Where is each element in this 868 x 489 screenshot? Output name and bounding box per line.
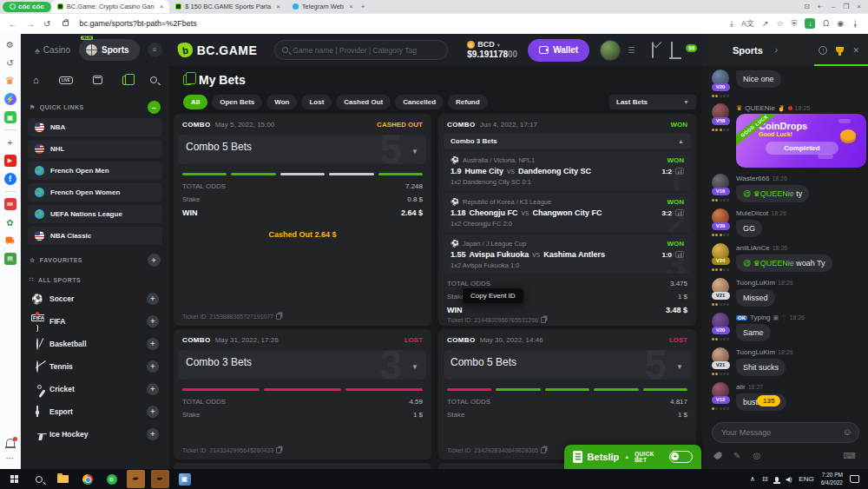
bet-title-box[interactable]: Combo 3 Bets ▲ bbox=[444, 134, 691, 149]
close-chat-icon[interactable]: ✕ bbox=[852, 46, 859, 55]
live-icon[interactable]: LIVE bbox=[59, 76, 73, 84]
sidebar-item-nba-classic[interactable]: NBA Classic bbox=[28, 227, 162, 245]
chat-rules-icon[interactable]: ! bbox=[819, 46, 827, 55]
crown-rewards-icon[interactable]: ♛ bbox=[4, 75, 16, 87]
settings-gear-icon[interactable]: ⚙ bbox=[4, 38, 16, 50]
filter-refund[interactable]: Refund bbox=[448, 95, 488, 109]
browser-tab-3[interactable]: Telegram Web × bbox=[286, 0, 359, 13]
chat-room-title[interactable]: Sports bbox=[733, 45, 763, 56]
copy-icon[interactable] bbox=[541, 317, 546, 323]
speaker-icon[interactable]: ◀) bbox=[786, 476, 792, 483]
ssl-lock-icon[interactable] bbox=[62, 21, 69, 26]
games-icon[interactable]: ▣ bbox=[4, 111, 16, 123]
red-app-icon[interactable]: 88 bbox=[4, 198, 16, 210]
sidebar-item-ice-hockey[interactable]: Ice Hockey+ bbox=[28, 423, 162, 446]
sidebar-item-nhl[interactable]: NHL bbox=[28, 140, 162, 158]
profile-menu-icon[interactable]: ☰ bbox=[628, 46, 635, 55]
photos-app-icon[interactable]: ▣ bbox=[174, 469, 195, 489]
url-text[interactable]: bc.game/sports?bt-path=%2Fbets bbox=[79, 19, 196, 28]
reload-button[interactable]: ↺ bbox=[43, 19, 50, 29]
game-search[interactable] bbox=[274, 40, 448, 60]
filter-lost[interactable]: Lost bbox=[301, 95, 332, 109]
close-window-button[interactable]: × bbox=[857, 3, 861, 10]
pinned-app-icon[interactable]: ✒ bbox=[125, 469, 147, 489]
add-favourite-button[interactable]: + bbox=[148, 254, 161, 267]
microphone-icon[interactable] bbox=[775, 477, 779, 482]
maximize-button[interactable]: ❐ bbox=[843, 3, 849, 10]
back-button[interactable]: ← bbox=[9, 19, 17, 29]
pinned-app-icon[interactable]: ✒ bbox=[149, 469, 171, 489]
sidebar-item-fifa[interactable]: FIFAFIFA+ bbox=[28, 310, 162, 333]
filter-all[interactable]: All bbox=[183, 95, 207, 109]
filter-won[interactable]: Won bbox=[266, 95, 297, 109]
add-shortcut-icon[interactable]: + bbox=[4, 136, 16, 149]
green-app-icon[interactable]: ✿ bbox=[4, 216, 16, 228]
copy-icon[interactable] bbox=[276, 314, 281, 320]
chat-message-input[interactable] bbox=[712, 422, 859, 443]
user-mention[interactable]: @ ♛QUEENie bbox=[743, 259, 794, 268]
sidebar-item-french-open-women[interactable]: French Open Women bbox=[28, 183, 162, 202]
notifications-icon[interactable] bbox=[671, 43, 673, 58]
sidebar-item-tennis[interactable]: Tennis+ bbox=[28, 355, 162, 378]
translate-icon[interactable]: A文 bbox=[741, 18, 754, 30]
copy-icon[interactable] bbox=[541, 447, 546, 453]
expand-icon[interactable]: + bbox=[147, 383, 159, 395]
shield-icon[interactable]: ⛨ bbox=[792, 19, 798, 29]
bcgame-logo[interactable]: b BC.GAME bbox=[178, 43, 258, 57]
share-icon[interactable]: ↗ bbox=[762, 19, 769, 28]
recent-tabs-icon[interactable]: ⇠ bbox=[818, 3, 824, 10]
coindrops-completed-button[interactable]: Completed bbox=[766, 142, 838, 155]
sidebar-item-nba[interactable]: NBA bbox=[28, 118, 162, 136]
casino-tab[interactable]: ♠ Casino bbox=[35, 45, 70, 56]
more-options-icon[interactable]: ⋯ bbox=[4, 452, 16, 464]
profile-icon[interactable]: ◉ bbox=[837, 19, 844, 28]
browser-tab-2[interactable]: $ 150 BC.GAME Sports Parla × bbox=[169, 0, 286, 13]
messenger-icon[interactable]: ⚡ bbox=[4, 93, 16, 105]
facebook-icon[interactable]: f bbox=[4, 173, 16, 185]
expand-icon[interactable]: + bbox=[147, 406, 159, 418]
system-clock[interactable]: 7:20 PM 6/4/2022 bbox=[821, 472, 843, 486]
collapse-quick-links-button[interactable]: – bbox=[148, 101, 161, 114]
keyboard-icon[interactable]: ⌨ bbox=[844, 451, 856, 460]
home-icon[interactable]: ⌂ bbox=[33, 75, 39, 85]
tab-close-icon[interactable]: × bbox=[160, 3, 164, 10]
avatar[interactable] bbox=[600, 40, 621, 61]
forward-button[interactable]: → bbox=[26, 19, 35, 29]
my-bets-icon[interactable] bbox=[122, 76, 130, 85]
chevron-right-icon[interactable]: › bbox=[775, 45, 778, 55]
youtube-icon[interactable]: ▶ bbox=[4, 155, 16, 167]
messages-icon[interactable] bbox=[652, 43, 654, 58]
start-button[interactable] bbox=[3, 469, 25, 489]
expand-caret-icon[interactable]: ▼ bbox=[676, 363, 683, 371]
download-extension-icon[interactable]: ↓ bbox=[805, 18, 815, 29]
bet-title-box[interactable]: Combo 5 Bets 5 ▼ bbox=[444, 350, 691, 380]
expand-caret-icon[interactable]: ▼ bbox=[411, 363, 418, 371]
tab-search-icon[interactable]: ⊡ bbox=[804, 3, 810, 10]
sidebar-item-esport[interactable]: Esport+ bbox=[28, 400, 162, 423]
filter-open-bets[interactable]: Open Bets bbox=[212, 95, 262, 109]
balance-selector[interactable]: C BCD ▾ $9.19117800 bbox=[467, 41, 517, 59]
minimize-button[interactable]: – bbox=[832, 3, 835, 10]
tab-close-icon[interactable]: × bbox=[276, 3, 280, 10]
language-indicator[interactable]: ENG bbox=[799, 475, 813, 483]
expand-caret-icon[interactable]: ▼ bbox=[411, 148, 418, 155]
action-center-icon[interactable] bbox=[850, 475, 859, 483]
sidebar-item-uefa-nations-league[interactable]: UEFA Nations League bbox=[28, 205, 162, 223]
wallet-button[interactable]: Wallet bbox=[528, 39, 589, 62]
new-tab-button[interactable]: + bbox=[361, 3, 365, 10]
game-search-input[interactable] bbox=[293, 46, 440, 55]
pencil-rules-icon[interactable]: ✎ bbox=[733, 451, 740, 460]
sidebar-item-french-open-men[interactable]: French Open Men bbox=[28, 162, 162, 180]
trophy-icon[interactable] bbox=[836, 47, 844, 53]
extension-icon[interactable]: ᘯ bbox=[823, 19, 829, 29]
expand-icon[interactable]: + bbox=[147, 293, 159, 305]
bet-title-box[interactable]: Combo 5 Bets 5 ▼ bbox=[179, 135, 426, 164]
bet-title-box[interactable]: Combo 3 Bets 3 ▼ bbox=[179, 350, 426, 380]
file-explorer-icon[interactable] bbox=[52, 469, 74, 489]
expand-icon[interactable]: + bbox=[147, 360, 159, 373]
coin-rain-icon[interactable] bbox=[713, 451, 723, 460]
tip-amount-badge[interactable]: 135 bbox=[757, 395, 780, 406]
taskbar-search-icon[interactable] bbox=[28, 469, 49, 489]
sort-dropdown[interactable]: Last Bets▼ bbox=[609, 95, 696, 109]
expand-icon[interactable]: + bbox=[147, 428, 159, 440]
